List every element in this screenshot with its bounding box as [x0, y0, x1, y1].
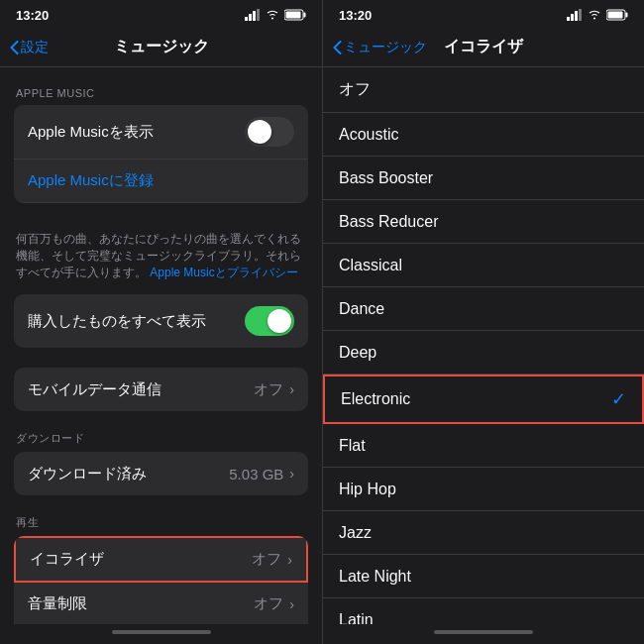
nav-title-right: イコライザ [444, 37, 523, 57]
eq-item-label: Hip Hop [339, 481, 396, 498]
signal-icon [245, 9, 261, 21]
status-bar-left: 13:20 [0, 0, 322, 28]
svg-rect-1 [249, 14, 252, 21]
svg-rect-14 [626, 13, 628, 18]
back-chevron-icon-right [333, 41, 342, 54]
privacy-link[interactable]: Apple Musicとプライバシー [150, 266, 297, 279]
eq-list-item[interactable]: Hip Hop [323, 468, 644, 511]
svg-point-12 [593, 18, 595, 20]
eq-item-label: オフ [339, 79, 371, 100]
status-icons-left [245, 9, 306, 21]
eq-item-label: Bass Reducer [339, 213, 439, 231]
svg-rect-11 [579, 9, 582, 21]
back-chevron-icon [10, 41, 19, 54]
nav-title-left: ミュージック [114, 37, 209, 57]
show-apple-music-toggle[interactable] [245, 117, 294, 147]
eq-list-item[interactable]: Acoustic [323, 113, 644, 157]
apple-music-section-header: APPLE MUSIC [0, 87, 322, 105]
volume-limit-row[interactable]: 音量制限 オフ › [14, 583, 308, 624]
eq-list-item[interactable]: Bass Reducer [323, 200, 644, 244]
playback-section-header: 再生 [0, 515, 322, 536]
playback-group: イコライザ オフ › 音量制限 オフ › 音量を自動調整 [14, 536, 308, 624]
volume-limit-label: 音量制限 [28, 594, 254, 613]
left-panel: 13:20 [0, 0, 322, 644]
svg-point-4 [271, 18, 273, 20]
eq-list-item[interactable]: Classical [323, 244, 644, 287]
eq-item-label: Classical [339, 257, 402, 274]
back-label-left: 設定 [21, 39, 49, 56]
status-icons-right [567, 9, 628, 21]
mobile-data-row[interactable]: モバイルデータ通信 オフ › [14, 368, 308, 411]
show-purchases-toggle[interactable] [245, 306, 294, 336]
svg-rect-0 [245, 17, 248, 21]
volume-limit-chevron-icon: › [289, 596, 294, 612]
show-purchases-label: 購入したものをすべて表示 [28, 312, 245, 331]
svg-rect-10 [575, 11, 578, 21]
battery-icon-right [606, 9, 628, 21]
eq-item-label: Electronic [341, 390, 410, 408]
eq-list-item[interactable]: Deep [323, 331, 644, 375]
eq-list-item[interactable]: Electronic✓ [323, 375, 644, 424]
back-button-right[interactable]: ミュージック [333, 39, 427, 56]
back-button-left[interactable]: 設定 [10, 39, 49, 56]
status-bar-right: 13:20 [323, 0, 644, 28]
svg-rect-9 [571, 14, 574, 21]
downloaded-row[interactable]: ダウンロード済み 5.03 GB › [14, 452, 308, 495]
mobile-data-label: モバイルデータ通信 [28, 380, 254, 399]
nav-bar-left: 設定 ミュージック [0, 28, 322, 67]
eq-item-label: Deep [339, 344, 376, 362]
wifi-icon-right [588, 10, 601, 20]
eq-item-label: Acoustic [339, 126, 398, 144]
eq-item-label: Latin [339, 611, 374, 625]
mobile-data-chevron-icon: › [289, 381, 294, 397]
show-purchases-row[interactable]: 購入したものをすべて表示 [14, 294, 308, 348]
downloaded-label: ダウンロード済み [28, 465, 229, 483]
subscribe-apple-music-row[interactable]: Apple Musicに登録 [14, 160, 308, 203]
status-time-right: 13:20 [339, 8, 372, 23]
eq-list-item[interactable]: オフ [323, 67, 644, 113]
eq-item-label: Flat [339, 437, 366, 455]
downloaded-value: 5.03 GB [229, 466, 283, 483]
equalizer-label: イコライザ [30, 550, 252, 569]
eq-item-label: Late Night [339, 568, 411, 586]
mobile-data-group: モバイルデータ通信 オフ › [14, 368, 308, 411]
download-section-header: ダウンロード [0, 431, 322, 452]
settings-content: APPLE MUSIC Apple Musicを表示 Apple Musicに登… [0, 67, 322, 624]
home-bar-left [112, 630, 211, 634]
eq-list-item[interactable]: Latin [323, 598, 644, 624]
toggle-thumb [248, 120, 271, 144]
eq-list: オフAcousticBass BoosterBass ReducerClassi… [323, 67, 644, 624]
download-group: ダウンロード済み 5.03 GB › [14, 452, 308, 495]
wifi-icon [266, 10, 279, 20]
eq-list-item[interactable]: Dance [323, 287, 644, 331]
eq-list-item[interactable]: Late Night [323, 555, 644, 598]
eq-item-label: Jazz [339, 524, 372, 542]
eq-list-item[interactable]: Jazz [323, 511, 644, 555]
right-panel: 13:20 ミュージック [322, 0, 644, 644]
home-indicator-right [323, 624, 644, 644]
equalizer-chevron-icon: › [287, 552, 292, 568]
purchases-group: 購入したものをすべて表示 [14, 294, 308, 348]
show-apple-music-row[interactable]: Apple Musicを表示 [14, 105, 308, 160]
downloaded-chevron-icon: › [289, 466, 294, 482]
svg-rect-3 [257, 9, 260, 21]
home-indicator-left [0, 624, 322, 644]
home-bar-right [434, 630, 533, 634]
back-label-right: ミュージック [344, 39, 427, 56]
show-apple-music-label: Apple Musicを表示 [28, 123, 245, 142]
svg-rect-8 [567, 17, 570, 21]
apple-music-group: Apple Musicを表示 Apple Musicに登録 [14, 105, 308, 203]
eq-item-label: Dance [339, 300, 384, 318]
eq-list-item[interactable]: Flat [323, 424, 644, 468]
eq-item-checkmark-icon: ✓ [611, 388, 626, 410]
equalizer-row[interactable]: イコライザ オフ › [14, 536, 308, 583]
eq-list-item[interactable]: Bass Booster [323, 157, 644, 200]
toggle-thumb-purchases [268, 309, 291, 333]
status-time-left: 13:20 [16, 8, 49, 23]
svg-rect-2 [253, 11, 256, 21]
equalizer-value: オフ [252, 550, 281, 569]
signal-icon-right [567, 9, 583, 21]
subscribe-label: Apple Musicに登録 [28, 171, 154, 188]
apple-music-description: 何百万もの曲、あなたにぴったりの曲を選んでくれる機能、そして完璧なミュージックラ… [0, 223, 322, 294]
svg-rect-15 [608, 12, 623, 19]
